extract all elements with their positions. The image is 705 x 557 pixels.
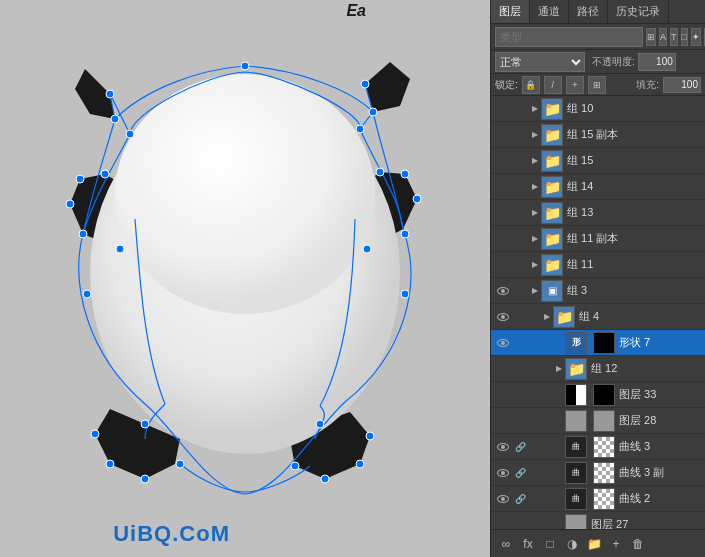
- layer-item[interactable]: ▶📁组 10: [491, 96, 705, 122]
- layer-expand-arrow[interactable]: ▶: [529, 286, 541, 295]
- layer-item[interactable]: ▶📁组 12: [491, 356, 705, 382]
- layer-link-icon: [513, 310, 527, 324]
- layer-thumbnail: ▣: [541, 280, 563, 302]
- layer-item[interactable]: ▶📁组 4: [491, 304, 705, 330]
- svg-point-13: [141, 420, 149, 428]
- layer-expand-arrow[interactable]: ▶: [553, 364, 565, 373]
- layer-visibility-icon[interactable]: [495, 335, 511, 351]
- layer-expand-arrow[interactable]: ▶: [541, 312, 553, 321]
- layer-item[interactable]: 🔗曲曲线 3: [491, 434, 705, 460]
- layer-expand-arrow[interactable]: ▶: [529, 208, 541, 217]
- layer-item[interactable]: ▶📁组 11 副本: [491, 226, 705, 252]
- tab-history[interactable]: 历史记录: [608, 0, 669, 23]
- layer-name: 组 11: [567, 257, 701, 272]
- blend-mode-select[interactable]: 正常: [495, 52, 585, 72]
- panel-bottom-toolbar: ∞ fx □ ◑ 📁 + 🗑: [491, 529, 705, 557]
- tab-channels[interactable]: 通道: [530, 0, 569, 23]
- svg-point-23: [66, 200, 74, 208]
- panel-search-row: ⊞ A T □ ✦ ◉: [491, 24, 705, 50]
- layer-filter-btn3[interactable]: T: [670, 28, 678, 46]
- layer-filter-btn1[interactable]: ⊞: [646, 28, 656, 46]
- svg-point-17: [91, 430, 99, 438]
- layer-link-icon: [513, 336, 527, 350]
- fx-icon[interactable]: fx: [519, 535, 537, 553]
- svg-point-4: [106, 90, 114, 98]
- layer-expand-arrow[interactable]: ▶: [529, 156, 541, 165]
- layer-item[interactable]: ▶📁组 13: [491, 200, 705, 226]
- layer-item[interactable]: 图层 28: [491, 408, 705, 434]
- tab-paths[interactable]: 路径: [569, 0, 608, 23]
- svg-point-28: [401, 170, 409, 178]
- layer-name: 组 13: [567, 205, 701, 220]
- layer-visibility-icon[interactable]: [495, 179, 511, 195]
- layer-expand-arrow[interactable]: ▶: [529, 130, 541, 139]
- layer-expand-arrow[interactable]: ▶: [529, 104, 541, 113]
- folder-icon[interactable]: 📁: [585, 535, 603, 553]
- layer-search-input[interactable]: [495, 27, 643, 47]
- layer-visibility-icon[interactable]: [495, 231, 511, 247]
- layer-visibility-icon[interactable]: [495, 309, 511, 325]
- layer-visibility-icon[interactable]: [495, 361, 511, 377]
- layer-visibility-icon[interactable]: [495, 387, 511, 403]
- svg-point-12: [401, 290, 409, 298]
- layer-visibility-icon[interactable]: [495, 283, 511, 299]
- layer-link-icon: [513, 128, 527, 142]
- lock-pixel-btn[interactable]: /: [544, 76, 562, 94]
- layer-filter-btn4[interactable]: □: [681, 28, 688, 46]
- layer-thumbnail: [565, 384, 587, 406]
- mask-icon[interactable]: □: [541, 535, 559, 553]
- layer-visibility-icon[interactable]: [495, 439, 511, 455]
- delete-layer-icon[interactable]: 🗑: [629, 535, 647, 553]
- opacity-value[interactable]: 100: [638, 53, 676, 71]
- layer-name: 组 11 副本: [567, 231, 701, 246]
- layer-thumbnail: 曲: [565, 488, 587, 510]
- layer-visibility-icon[interactable]: [495, 205, 511, 221]
- layer-visibility-icon[interactable]: [495, 257, 511, 273]
- fill-label: 填充:: [636, 78, 659, 92]
- layer-visibility-icon[interactable]: [495, 127, 511, 143]
- layer-item[interactable]: 形形状 7: [491, 330, 705, 356]
- layers-list[interactable]: ▶📁组 10▶📁组 15 副本▶📁组 15▶📁组 14▶📁组 13▶📁组 11 …: [491, 96, 705, 529]
- layer-item[interactable]: ▶📁组 11: [491, 252, 705, 278]
- layer-name: 组 3: [567, 283, 701, 298]
- layer-mask-thumbnail: [593, 410, 615, 432]
- svg-point-8: [369, 108, 377, 116]
- layer-item[interactable]: 图层 33: [491, 382, 705, 408]
- svg-point-22: [366, 432, 374, 440]
- layer-item[interactable]: ▶📁组 15 副本: [491, 122, 705, 148]
- adjustment-icon[interactable]: ◑: [563, 535, 581, 553]
- layer-filter-btn2[interactable]: A: [659, 28, 667, 46]
- svg-point-21: [321, 475, 329, 483]
- layer-item[interactable]: 图层 27: [491, 512, 705, 529]
- lock-pos-btn[interactable]: +: [566, 76, 584, 94]
- link-icon[interactable]: ∞: [497, 535, 515, 553]
- layer-item[interactable]: ▶📁组 14: [491, 174, 705, 200]
- layer-item[interactable]: ▶▣组 3: [491, 278, 705, 304]
- layer-item[interactable]: ▶📁组 15: [491, 148, 705, 174]
- layer-mask-thumbnail: [593, 384, 615, 406]
- layer-name: 曲线 3: [619, 439, 701, 454]
- layer-visibility-icon[interactable]: [495, 517, 511, 530]
- fill-value[interactable]: 100: [663, 77, 701, 93]
- new-layer-icon[interactable]: +: [607, 535, 625, 553]
- layer-link-icon: [513, 518, 527, 530]
- tab-layers[interactable]: 图层: [491, 0, 530, 23]
- layer-link-icon: [513, 102, 527, 116]
- svg-point-14: [176, 460, 184, 468]
- layer-filter-btn5[interactable]: ✦: [691, 28, 701, 46]
- layer-expand-arrow[interactable]: ▶: [529, 234, 541, 243]
- layer-expand-arrow[interactable]: ▶: [529, 182, 541, 191]
- layer-visibility-icon[interactable]: [495, 101, 511, 117]
- lock-row: 锁定: 🔒 / + ⊞ 填充: 100: [491, 74, 705, 96]
- layer-visibility-icon[interactable]: [495, 413, 511, 429]
- layer-mask-thumbnail: [593, 462, 615, 484]
- lock-artboard-btn[interactable]: ⊞: [588, 76, 606, 94]
- lock-all-btn[interactable]: 🔒: [522, 76, 540, 94]
- layer-visibility-icon[interactable]: [495, 491, 511, 507]
- layer-visibility-icon[interactable]: [495, 465, 511, 481]
- layer-item[interactable]: 🔗曲曲线 2: [491, 486, 705, 512]
- layer-visibility-icon[interactable]: [495, 153, 511, 169]
- layer-item[interactable]: 🔗曲曲线 3 副: [491, 460, 705, 486]
- layer-expand-arrow[interactable]: ▶: [529, 260, 541, 269]
- layer-link-icon: [513, 206, 527, 220]
